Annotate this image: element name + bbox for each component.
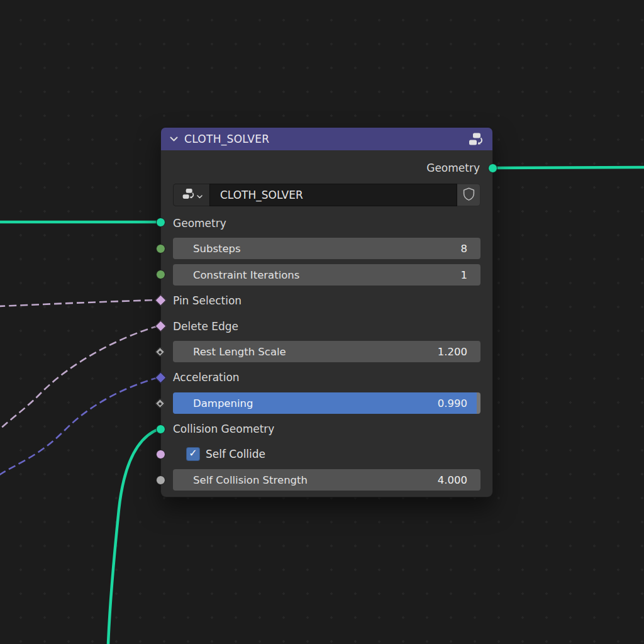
group-browse-button[interactable] [173, 184, 209, 206]
chevron-down-icon [197, 189, 203, 201]
input-label: Collision Geometry [173, 423, 274, 435]
input-row-acceleration: Acceleration [173, 367, 480, 388]
shield-icon [462, 187, 475, 204]
self-collide-row: ✓ Self Collide [173, 443, 480, 465]
fake-user-button[interactable] [457, 184, 480, 206]
link-pin-selection[interactable] [0, 300, 158, 306]
slider-value: 1.200 [438, 346, 467, 358]
input-socket-substeps[interactable] [156, 244, 165, 253]
input-label: Delete Edge [173, 320, 238, 333]
output-row-geometry: Geometry [173, 157, 480, 179]
checkmark-icon: ✓ [189, 448, 197, 458]
slider-label: Self Collision Strength [193, 474, 308, 486]
input-socket-self-collide[interactable] [156, 450, 165, 459]
slider-label: Dampening [193, 397, 253, 409]
self-collide-checkbox[interactable]: ✓ [186, 447, 200, 461]
cloth-solver-node[interactable]: CLOTH_SOLVER Geometry [161, 128, 492, 497]
input-socket-collision-geometry[interactable] [156, 425, 165, 434]
slider-value: 8 [461, 243, 468, 255]
input-socket-constraint-iterations[interactable] [156, 270, 165, 279]
input-socket-geometry[interactable] [156, 218, 165, 227]
group-selector: CLOTH_SOLVER [173, 184, 480, 206]
link-geometry-output[interactable] [494, 167, 644, 168]
rest-length-scale-slider[interactable]: Rest Length Scale 1.200 [173, 341, 480, 362]
node-group-icon [467, 131, 484, 147]
input-row-pin-selection: Pin Selection [173, 290, 480, 311]
constraint-iterations-slider[interactable]: Constraint Iterations 1 [173, 264, 480, 286]
slider-label: Substeps [193, 243, 241, 255]
input-label: Acceleration [173, 371, 240, 384]
slider-value: 1 [461, 269, 468, 281]
node-title: CLOTH_SOLVER [184, 133, 467, 145]
field-dot [158, 350, 162, 353]
group-name-value: CLOTH_SOLVER [220, 189, 303, 201]
input-row-geometry: Geometry [173, 213, 480, 234]
input-socket-self-collision-strength[interactable] [156, 475, 165, 485]
input-label: Pin Selection [173, 294, 242, 307]
node-editor-canvas[interactable]: { "node": { "title": "CLOTH_SOLVER", "gr… [0, 0, 644, 644]
input-row-delete-edge: Delete Edge [173, 316, 480, 337]
output-label: Geometry [426, 162, 480, 174]
slider-label: Rest Length Scale [193, 346, 286, 358]
slider-label: Constraint Iterations [193, 269, 299, 281]
field-dot [158, 401, 162, 405]
link-collision-geometry[interactable] [108, 429, 159, 644]
checkbox-label: Self Collide [206, 448, 265, 460]
substeps-slider[interactable]: Substeps 8 [173, 238, 480, 259]
slider-value: 0.990 [438, 397, 467, 409]
node-group-icon [181, 187, 195, 203]
node-header[interactable]: CLOTH_SOLVER [161, 128, 492, 150]
self-collision-strength-slider[interactable]: Self Collision Strength 4.000 [173, 469, 480, 491]
link-delete-edge[interactable] [0, 326, 158, 431]
slider-value: 4.000 [438, 474, 467, 486]
input-row-collision-geometry: Collision Geometry [173, 418, 480, 440]
input-label: Geometry [173, 217, 226, 230]
link-acceleration[interactable] [0, 377, 158, 476]
group-name-field[interactable]: CLOTH_SOLVER [209, 184, 457, 206]
output-socket-geometry[interactable] [488, 164, 497, 173]
collapse-chevron-icon[interactable] [170, 136, 178, 142]
dampening-slider[interactable]: Dampening 0.990 [173, 392, 480, 414]
